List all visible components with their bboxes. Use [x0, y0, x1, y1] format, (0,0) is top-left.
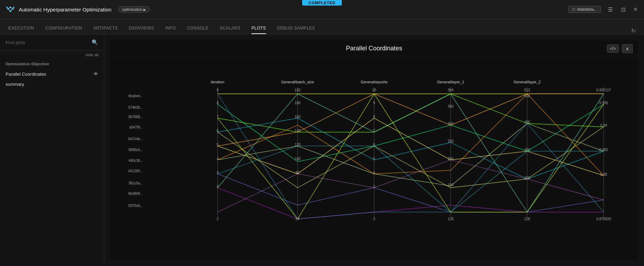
search-input[interactable]: [6, 40, 89, 45]
plot-title: Parallel Coordinates: [346, 45, 402, 52]
item-label: summary: [6, 82, 24, 87]
tab-console[interactable]: CONSOLE: [187, 23, 208, 34]
image-button[interactable]: ⊡: [620, 5, 627, 14]
task-id-5: 0580c0...: [129, 148, 143, 152]
plot-header: Parallel Coordinates </> ∧: [110, 40, 638, 57]
plot-actions: </> ∧: [607, 44, 633, 53]
hide-all-button[interactable]: Hide all: [0, 51, 104, 59]
svg-point-6: [13, 7, 15, 8]
tab-configuration[interactable]: CONFIGURATION: [46, 23, 82, 34]
sidebar: 🔍 Hide all Optimization Objective Parall…: [0, 34, 104, 266]
task-id-9: 6b3869...: [128, 192, 143, 196]
tab-dataviews[interactable]: DATAVIEWS: [129, 23, 154, 34]
refresh-icon[interactable]: ↻: [631, 27, 636, 34]
group-title-optimization: Optimization Objective: [0, 59, 104, 69]
svg-point-5: [10, 11, 11, 12]
plot-area: Parallel Coordinates </> ∧ 8ca0e4... 574…: [104, 34, 644, 266]
main-layout: 🔍 Hide all Optimization Objective Parall…: [0, 34, 644, 266]
task-id-8: 381c5a...: [129, 181, 143, 185]
tick-epoch-max: 10: [372, 88, 376, 92]
tick-iter-min: 2: [217, 217, 219, 221]
task-id-2: 3b7668...: [128, 115, 143, 119]
search-icon[interactable]: 🔍: [92, 39, 98, 45]
collapse-button[interactable]: ∧: [622, 44, 633, 53]
label-layer1: General/layer_1: [437, 80, 464, 84]
task-id-3: a5479f...: [129, 125, 143, 129]
search-area: 🔍: [0, 34, 104, 51]
task-id-0: 8ca0e4...: [129, 94, 143, 98]
plot-container: Parallel Coordinates </> ∧ 8ca0e4... 574…: [110, 40, 638, 260]
app-title: Automatic Hyperparameter Optimization: [19, 7, 112, 13]
tab-scalars[interactable]: SCALARS: [220, 23, 240, 34]
tick-l1-350: 350: [448, 105, 454, 108]
task-id-1: 574b36...: [128, 106, 143, 109]
svg-point-7: [10, 7, 11, 8]
task-id-badge: ID 48db0b8a...: [568, 6, 601, 13]
tick-epoch-min: 3: [373, 217, 375, 221]
task-id-10: 0375e0...: [128, 204, 143, 208]
comment-button[interactable]: ☰: [606, 5, 614, 14]
tick-res-min: 0.976033: [596, 217, 611, 221]
eye-icon[interactable]: 👁: [93, 71, 98, 77]
tick-result-max: 0.997117: [596, 88, 611, 92]
tick-layer2-max: 512: [524, 88, 530, 92]
tick-batch-180: 180: [295, 101, 300, 105]
status-badge: COMPLETED: [302, 0, 342, 6]
sidebar-item-summary[interactable]: summary: [0, 79, 104, 89]
task-id-6: 440c38...: [129, 159, 143, 163]
tick-iter-max: 9: [217, 88, 219, 92]
nav-tabs: EXECUTION CONFIGURATION ARTIFACTS DATAVI…: [0, 19, 644, 34]
menu-button[interactable]: ≡: [633, 5, 638, 14]
svg-point-4: [6, 7, 8, 8]
parallel-coordinates-chart: 8ca0e4... 574b36... 3b7668... a5479f... …: [110, 57, 638, 259]
tab-artifacts[interactable]: ARTIFACTS: [93, 23, 118, 34]
tab-execution[interactable]: EXECUTION: [8, 23, 34, 34]
label-batch-size: General/batch_size: [281, 80, 314, 84]
logo-icon: [6, 5, 15, 14]
item-label: Parallel Coordinates: [6, 72, 46, 77]
tick-l1-min: 128: [448, 217, 454, 221]
task-id-7: 041285...: [128, 169, 143, 173]
tick-layer1-max: 384: [448, 88, 454, 92]
code-button[interactable]: </>: [607, 44, 619, 53]
sidebar-item-parallel-coordinates[interactable]: Parallel Coordinates 👁: [0, 69, 104, 79]
tab-plots[interactable]: PLOTS: [251, 23, 266, 34]
app-logo: Automatic Hyperparameter Optimization op…: [6, 5, 150, 14]
tab-debug-samples[interactable]: DEBUG SAMPLES: [277, 23, 315, 34]
tab-info[interactable]: INFO: [165, 23, 176, 34]
label-epochs: General/epochs: [361, 80, 388, 84]
label-layer2: General/layer_2: [513, 80, 540, 84]
tick-batch-max: 192: [295, 88, 300, 92]
label-iteration: iteration: [211, 80, 224, 84]
header-actions: ID 48db0b8a... ☰ ⊡ ≡: [568, 5, 638, 14]
project-badge[interactable]: optimization: [118, 6, 150, 13]
task-id-4: be21da...: [128, 137, 143, 141]
tick-l2-min: 128: [524, 217, 530, 221]
tick-epoch-9: 9: [373, 101, 375, 105]
